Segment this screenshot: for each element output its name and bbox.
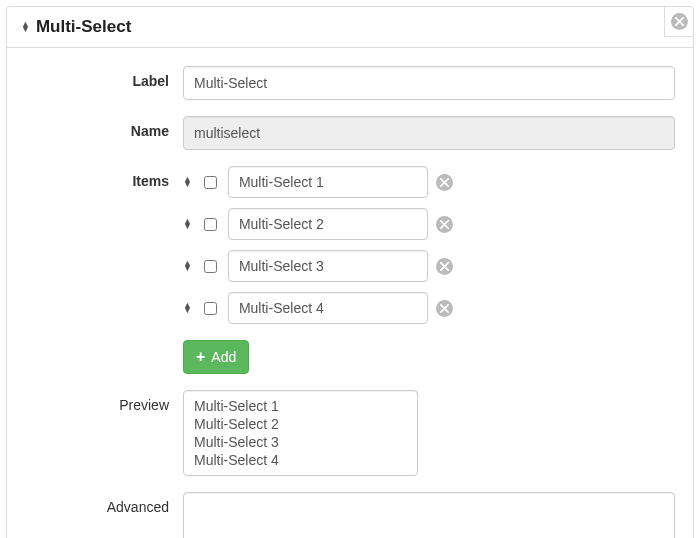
preview-option[interactable]: Multi-Select 3 xyxy=(194,433,407,451)
close-button[interactable] xyxy=(664,6,694,37)
remove-item-button[interactable] xyxy=(436,300,453,317)
panel-title: ▲▼ Multi-Select xyxy=(21,17,657,37)
item-row: ▲▼ xyxy=(183,208,675,240)
name-input: multiselect xyxy=(183,116,675,150)
add-button[interactable]: + Add xyxy=(183,340,249,374)
label-name: Name xyxy=(25,116,183,139)
sort-handle-icon[interactable]: ▲▼ xyxy=(183,177,192,187)
sort-handle-icon[interactable]: ▲▼ xyxy=(183,303,192,313)
row-preview: Preview Multi-Select 1Multi-Select 2Mult… xyxy=(25,390,675,476)
item-input[interactable] xyxy=(228,208,428,240)
preview-option[interactable]: Multi-Select 2 xyxy=(194,415,407,433)
panel-header: ▲▼ Multi-Select xyxy=(7,7,693,48)
item-row: ▲▼ xyxy=(183,250,675,282)
remove-item-button[interactable] xyxy=(436,174,453,191)
item-checkbox[interactable] xyxy=(204,218,217,231)
label-items: Items xyxy=(25,166,183,189)
items-list: ▲▼▲▼▲▼▲▼ xyxy=(183,166,675,324)
item-input[interactable] xyxy=(228,166,428,198)
preview-option[interactable]: Multi-Select 4 xyxy=(194,451,407,469)
label-preview: Preview xyxy=(25,390,183,413)
row-items: Items ▲▼▲▼▲▼▲▼ + Add xyxy=(25,166,675,374)
label-input[interactable] xyxy=(183,66,675,100)
remove-icon xyxy=(436,216,453,233)
remove-icon xyxy=(436,258,453,275)
remove-item-button[interactable] xyxy=(436,258,453,275)
item-row: ▲▼ xyxy=(183,166,675,198)
remove-icon xyxy=(436,174,453,191)
item-checkbox[interactable] xyxy=(204,260,217,273)
item-checkbox[interactable] xyxy=(204,302,217,315)
remove-item-button[interactable] xyxy=(436,216,453,233)
row-name: Name multiselect xyxy=(25,116,675,150)
preview-option[interactable]: Multi-Select 1 xyxy=(194,397,407,415)
row-advanced: Advanced xyxy=(25,492,675,538)
sort-handle-icon[interactable]: ▲▼ xyxy=(183,219,192,229)
item-input[interactable] xyxy=(228,292,428,324)
add-button-label: Add xyxy=(211,349,236,365)
remove-icon xyxy=(436,300,453,317)
panel-title-text: Multi-Select xyxy=(36,17,131,37)
advanced-input[interactable] xyxy=(183,492,675,538)
field-editor-panel: ▲▼ Multi-Select Label Name multiselect I… xyxy=(6,6,694,538)
item-checkbox[interactable] xyxy=(204,176,217,189)
sort-handle-icon[interactable]: ▲▼ xyxy=(183,261,192,271)
label-advanced: Advanced xyxy=(25,492,183,515)
close-icon xyxy=(671,13,688,30)
sort-icon[interactable]: ▲▼ xyxy=(21,22,30,32)
panel-body: Label Name multiselect Items ▲▼▲▼▲▼▲▼ + … xyxy=(7,48,693,538)
plus-icon: + xyxy=(196,349,205,365)
row-label: Label xyxy=(25,66,675,100)
preview-box[interactable]: Multi-Select 1Multi-Select 2Multi-Select… xyxy=(183,390,418,476)
item-row: ▲▼ xyxy=(183,292,675,324)
item-input[interactable] xyxy=(228,250,428,282)
label-label: Label xyxy=(25,66,183,89)
